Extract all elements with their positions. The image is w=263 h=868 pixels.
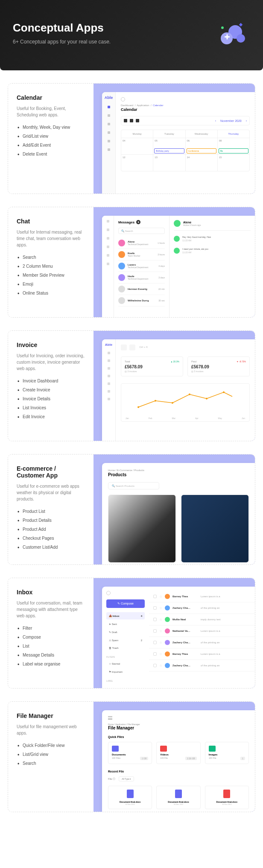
quick-folder[interactable]: Documents100 Files1 GB	[108, 742, 152, 764]
star-icon[interactable]: ☆	[159, 652, 162, 656]
search-input[interactable]: 🔍 Search Products	[108, 482, 159, 489]
sidebar-icon[interactable]	[108, 390, 110, 393]
checkbox[interactable]	[153, 664, 157, 667]
contact-item[interactable]: HazleTechnical Department3 days	[118, 272, 165, 284]
sidebar-icon[interactable]	[108, 148, 110, 151]
calendar-cell[interactable]: 04	[121, 138, 153, 154]
mail-row[interactable]: ☆Barney TheaLorem ipsum is a	[149, 648, 255, 660]
month-nav[interactable]: ‹ November 2020 ›	[215, 119, 247, 122]
contact-item[interactable]: KeefeTeam Worker3 hours	[118, 249, 165, 260]
calendar-grid[interactable]: Monday Tuesday Wednesday Thursday 04 05B…	[121, 130, 250, 171]
file-icon	[127, 790, 134, 798]
calendar-cell[interactable]: 14	[186, 155, 218, 171]
quick-folder[interactable]: Images100 File1	[205, 742, 249, 764]
mail-row[interactable]: ☆Zachery Cha…of the printing an	[149, 660, 255, 671]
contact-item[interactable]: Wilhelmine Durrg30 sec	[118, 295, 165, 307]
command-input[interactable]: Ctrl + K	[138, 344, 164, 350]
star-icon[interactable]: ☆	[159, 629, 162, 633]
checkbox[interactable]	[153, 641, 157, 644]
mail-row[interactable]: ☆Zachery Cha…of the printing an	[149, 637, 255, 648]
menu-button[interactable]	[121, 344, 127, 350]
filter-important[interactable]: ⚑ Important	[106, 668, 145, 675]
menu-icon[interactable]	[108, 716, 112, 720]
sidebar-icon[interactable]	[108, 140, 110, 142]
day-header: Thursday	[218, 130, 249, 138]
mail-row[interactable]: ☆Zachery Cha…of the printing an	[149, 602, 255, 614]
file-card[interactable]: Document-final.docx16 Nov 2022	[156, 786, 200, 809]
filter-starred[interactable]: ☆ Starred	[106, 660, 145, 667]
product-card[interactable]: ♥	[108, 495, 176, 563]
type-filter[interactable]: All Type ▾	[119, 776, 134, 781]
sidebar-icon[interactable]	[107, 220, 109, 223]
calendar-cell[interactable]: 15	[218, 155, 249, 171]
folder-draft[interactable]: ✎ Draft	[106, 628, 145, 636]
folder-inbox[interactable]: 📥 Inbox4	[106, 612, 145, 619]
sidebar-icon[interactable]	[108, 114, 110, 117]
star-icon[interactable]: ☆	[159, 664, 162, 668]
checkbox[interactable]	[153, 629, 157, 633]
breadcrumb[interactable]: Dashboard / Application / Calendar	[121, 104, 250, 107]
star-icon[interactable]: ☆	[159, 641, 162, 645]
sidebar-icon[interactable]	[107, 246, 109, 248]
feature-item: Customer List/Add	[17, 545, 85, 550]
search-icon[interactable]	[121, 97, 125, 101]
quick-folder[interactable]: Videos100 File2.26 GB	[156, 742, 200, 764]
view-switcher[interactable]	[124, 119, 139, 122]
contact-item[interactable]: LazaroTechnical Department4 days	[118, 260, 165, 272]
file-card[interactable]: Document-final.docx16 Nov 2022	[108, 786, 152, 809]
calendar-cell[interactable]: 12	[121, 155, 153, 171]
month-label: Feb	[149, 417, 152, 420]
sidebar-icon[interactable]	[108, 359, 110, 362]
sidebar-icon[interactable]	[107, 263, 109, 265]
avatar	[118, 286, 125, 292]
checkbox[interactable]	[153, 618, 157, 621]
calendar-cell[interactable]: 06Conference	[186, 138, 218, 154]
sidebar-icon[interactable]	[108, 367, 110, 370]
sidebar-icon[interactable]	[107, 254, 109, 257]
section-title: E-commerce / Customer App	[17, 465, 85, 479]
folder-trash[interactable]: 🗑 Trash	[106, 645, 145, 651]
month-label: May	[218, 417, 222, 420]
sidebar-icon[interactable]	[108, 375, 110, 377]
hero-title: Conceptual Apps	[13, 21, 250, 35]
mail-row[interactable]: ☆Mollie Nealimply dummy text	[149, 614, 255, 625]
sidebar-icon[interactable]	[108, 382, 110, 385]
sidebar-icon[interactable]	[108, 352, 110, 354]
mail-row[interactable]: ☆Nathaniel Va…Lorem ipsum is a	[149, 625, 255, 637]
checkbox[interactable]	[153, 595, 157, 598]
checkbox[interactable]	[153, 652, 157, 656]
page-title: Products	[108, 472, 249, 477]
avatar	[118, 297, 125, 304]
star-icon[interactable]: ☆	[159, 606, 162, 610]
grid-button[interactable]	[129, 344, 135, 350]
mail-row[interactable]: ☆Barney TheaLorem ipsum is a	[149, 591, 255, 602]
sidebar-icon[interactable]	[107, 229, 109, 231]
breadcrumb[interactable]: Home / E-Commerce / Products	[108, 469, 249, 472]
product-card[interactable]	[181, 495, 249, 563]
calendar-cell[interactable]: 08Re	[218, 138, 249, 154]
sidebar-icon[interactable]	[108, 106, 110, 108]
contact-item[interactable]: AleneTechnical Department1 hours	[118, 237, 165, 249]
sidebar-icon[interactable]	[108, 123, 110, 125]
contact-item[interactable]: Herman Essertg22 min	[118, 284, 165, 295]
sidebar-icon[interactable]	[108, 131, 110, 134]
search-input[interactable]: 🔍 Search	[118, 228, 165, 234]
avatar	[174, 248, 180, 254]
sidebar-icon[interactable]	[107, 237, 109, 240]
star-icon[interactable]: ☆	[159, 618, 162, 622]
star-icon[interactable]: ☆	[159, 595, 162, 599]
conversation-panel: AleneActive 2 hours ago Hey. Very Good m…	[169, 216, 255, 317]
checkbox[interactable]	[153, 606, 157, 610]
folder-sent[interactable]: ➤ Sent	[106, 620, 145, 628]
file-card[interactable]: Document-final.docx16 Nov 2022	[205, 786, 249, 809]
section-label: Recent File	[108, 770, 249, 773]
folder-spam[interactable]: ⚠ Spam2	[106, 637, 145, 644]
compose-button[interactable]: ✎ Compose	[106, 599, 145, 608]
feature-item: List/Grid view	[17, 752, 85, 757]
calendar-cell[interactable]: 05Birthday party	[153, 138, 185, 154]
search-icon[interactable]	[106, 591, 111, 595]
sidebar-icon[interactable]	[108, 398, 110, 400]
avatar	[118, 274, 125, 281]
section-title: Calendar	[17, 94, 85, 101]
calendar-cell[interactable]: 13	[153, 155, 185, 171]
